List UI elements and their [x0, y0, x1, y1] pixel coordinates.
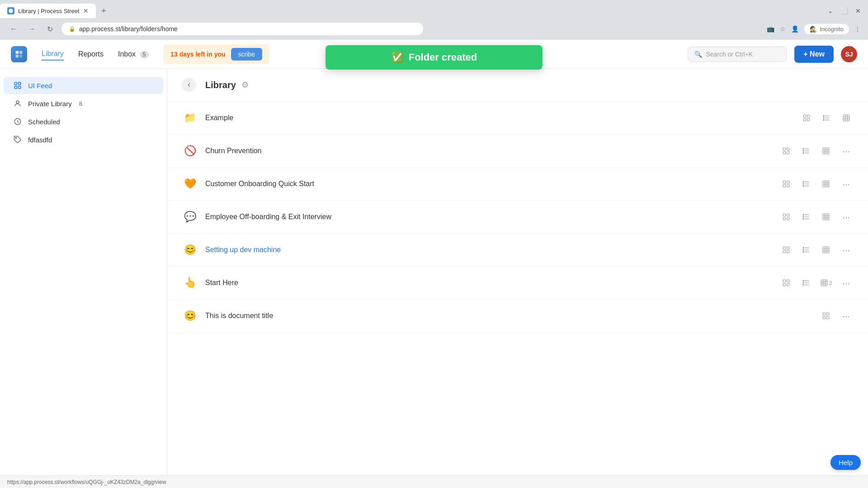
nav-right-actions: 🔍 Search or Ctrl+K + New SJ: [688, 46, 857, 63]
run-icon-dev[interactable]: [779, 243, 793, 257]
more-options-churn[interactable]: ···: [839, 144, 854, 158]
svg-rect-25: [783, 152, 786, 154]
svg-rect-71: [787, 251, 789, 253]
close-button[interactable]: ✕: [855, 7, 861, 14]
back-button[interactable]: ←: [7, 23, 20, 35]
run-icon-churn[interactable]: [779, 144, 793, 158]
sidebar-item-fdfasdfd[interactable]: fdfasdfd: [4, 131, 163, 148]
svg-point-60: [803, 214, 804, 215]
list-icon-onboarding[interactable]: [799, 177, 813, 191]
forward-button[interactable]: →: [25, 23, 38, 35]
list-icon-dev[interactable]: [799, 243, 813, 257]
item-actions-customer-onboarding: ···: [779, 177, 854, 191]
content-header: Library ⚙: [167, 69, 868, 102]
list-icon-example[interactable]: [819, 111, 834, 125]
svg-rect-68: [783, 247, 786, 249]
search-bar[interactable]: 🔍 Search or Ctrl+K: [688, 47, 787, 62]
svg-rect-53: [783, 214, 786, 216]
run-icon-start-here[interactable]: [779, 276, 793, 290]
item-icon-start-here: 👆: [182, 275, 198, 291]
svg-rect-101: [827, 317, 829, 319]
inbox-nav-item[interactable]: Inbox 5: [118, 48, 149, 60]
reports-nav-item[interactable]: Reports: [78, 48, 104, 60]
sidebar-label-scheduled: Scheduled: [28, 118, 60, 126]
toast-message: Folder created: [409, 52, 477, 63]
item-name-document-title: This is document title: [205, 312, 811, 320]
sidebar-label-private-library: Private Library: [28, 100, 72, 108]
list-icon-start-here[interactable]: [799, 276, 813, 290]
table-icon-start-here[interactable]: 2: [819, 276, 833, 290]
sidebar-item-ui-feed[interactable]: UI Feed: [4, 77, 163, 94]
sidebar-item-scheduled[interactable]: Scheduled: [4, 113, 163, 130]
more-options-start-here[interactable]: ···: [839, 276, 854, 290]
list-icon-churn[interactable]: [799, 144, 813, 158]
library-item-setting-up-dev[interactable]: 😊 Setting up dev machine: [167, 234, 868, 267]
app-logo[interactable]: [11, 46, 27, 62]
library-item-customer-onboarding[interactable]: 🧡 Customer Onboarding Quick Start: [167, 168, 868, 201]
refresh-button[interactable]: ↻: [43, 23, 56, 35]
svg-rect-100: [823, 317, 826, 319]
minimize-button[interactable]: ⌄: [828, 7, 833, 14]
svg-rect-18: [843, 115, 849, 121]
trial-days: 13 days left in you: [170, 51, 225, 58]
more-options-document[interactable]: ···: [839, 309, 854, 323]
sidebar-item-private-library[interactable]: Private Library 8: [4, 95, 163, 112]
svg-rect-99: [827, 313, 829, 315]
item-icon-document-title: 😊: [182, 308, 198, 324]
sidebar-collapse-button[interactable]: [182, 78, 196, 92]
run-icon-document[interactable]: [819, 309, 833, 323]
item-actions-start-here: 2 ···: [779, 276, 854, 290]
more-options-offboarding[interactable]: ···: [839, 210, 854, 224]
library-nav-item[interactable]: Library: [42, 48, 64, 61]
subscribe-button[interactable]: scribe: [231, 48, 262, 61]
library-item-document-title[interactable]: 😊 This is document title ···: [167, 300, 868, 333]
browser-tab[interactable]: Library | Process Street ✕: [0, 4, 96, 18]
menu-icon[interactable]: ⋮: [854, 25, 861, 33]
svg-rect-23: [783, 148, 786, 150]
library-item-employee-offboarding[interactable]: 💬 Employee Off-boarding & Exit Interview: [167, 201, 868, 234]
new-button[interactable]: + New: [794, 46, 834, 63]
item-icon-setting-up-dev: 😊: [182, 242, 198, 258]
svg-rect-84: [787, 280, 789, 282]
more-options-dev[interactable]: ···: [839, 243, 854, 257]
browser-toolbar: 📺 ☆ 👤 🕵 Incognito ⋮: [767, 24, 861, 34]
svg-point-61: [803, 216, 804, 217]
profile-icon[interactable]: 👤: [791, 25, 799, 33]
svg-rect-70: [783, 251, 786, 253]
svg-rect-40: [783, 185, 786, 187]
table-icon-churn[interactable]: [819, 144, 833, 158]
table-count-start-here: 2: [829, 280, 832, 286]
list-icon-offboarding[interactable]: [799, 210, 813, 224]
settings-icon[interactable]: ⚙: [241, 80, 249, 90]
help-button[interactable]: Help: [830, 455, 861, 470]
svg-rect-56: [787, 218, 789, 220]
run-icon-offboarding[interactable]: [779, 210, 793, 224]
svg-rect-41: [787, 185, 789, 187]
address-bar[interactable]: 🔒 app.process.st/library/folders/home: [61, 23, 423, 35]
svg-point-90: [803, 280, 804, 281]
svg-rect-93: [821, 280, 827, 286]
svg-rect-54: [787, 214, 789, 216]
library-item-example[interactable]: 📁 Example: [167, 102, 868, 135]
item-actions-example: [799, 111, 854, 125]
item-name-example: Example: [205, 114, 792, 122]
cast-icon[interactable]: 📺: [767, 25, 774, 33]
library-item-start-here[interactable]: 👆 Start Here: [167, 267, 868, 300]
tab-close-button[interactable]: ✕: [83, 7, 89, 14]
item-icon-churn-prevention: 🚫: [182, 143, 198, 159]
sidebar-label-fdfasdfd: fdfasdfd: [28, 136, 52, 144]
item-icon-customer-onboarding: 🧡: [182, 176, 198, 192]
user-avatar[interactable]: SJ: [841, 46, 857, 62]
table-icon-example[interactable]: [839, 111, 854, 125]
table-icon-offboarding[interactable]: [819, 210, 833, 224]
library-item-churn-prevention[interactable]: 🚫 Churn Prevention: [167, 135, 868, 168]
table-icon-onboarding[interactable]: [819, 177, 833, 191]
svg-point-46: [803, 183, 804, 184]
bookmark-icon[interactable]: ☆: [780, 25, 786, 33]
new-tab-button[interactable]: +: [98, 5, 110, 17]
table-icon-dev[interactable]: [819, 243, 833, 257]
restore-button[interactable]: ⬜: [840, 7, 848, 14]
more-options-onboarding[interactable]: ···: [839, 177, 854, 191]
run-icon-example[interactable]: [799, 111, 814, 125]
run-icon-onboarding[interactable]: [779, 177, 793, 191]
